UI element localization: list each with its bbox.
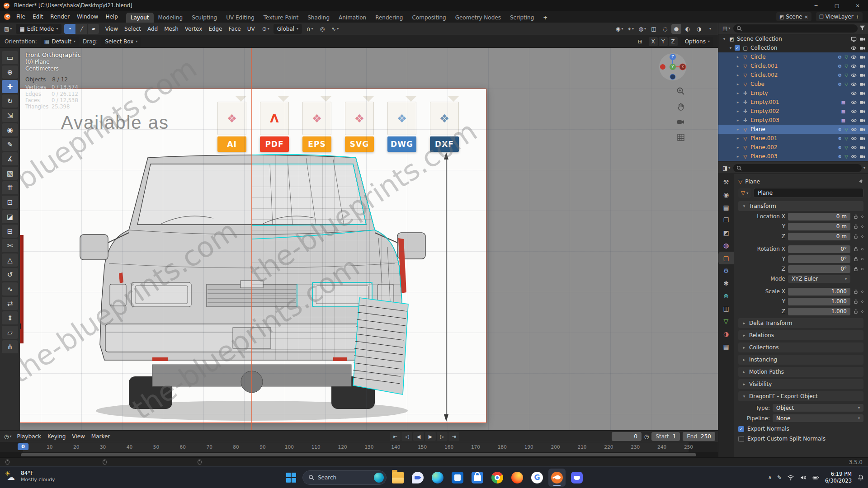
- hide-viewport-icon[interactable]: [851, 63, 857, 69]
- tool-scale[interactable]: ⇲: [2, 109, 18, 122]
- hide-viewport-icon[interactable]: [851, 81, 857, 87]
- rotation-mode-dropdown[interactable]: XYZ Euler▾: [788, 275, 850, 283]
- tool-loop-cut[interactable]: ⊟: [2, 225, 18, 238]
- tab-material[interactable]: ◑: [718, 328, 734, 340]
- filter-icon[interactable]: [859, 25, 865, 32]
- number-field[interactable]: 0°: [788, 255, 850, 263]
- properties-section[interactable]: ▸ Delta Transform: [738, 318, 863, 328]
- properties-search-input[interactable]: [733, 164, 862, 172]
- number-field[interactable]: 0 m: [788, 213, 850, 221]
- lock-icon[interactable]: [853, 299, 859, 304]
- edge-select-button[interactable]: ╱: [76, 24, 87, 34]
- hide-viewport-icon[interactable]: [851, 127, 857, 132]
- app-blender[interactable]: [548, 469, 566, 487]
- tool-shear[interactable]: ▱: [2, 326, 18, 339]
- properties-section[interactable]: ▸ Collections: [738, 343, 863, 352]
- tab-modifiers[interactable]: ⚙: [718, 264, 734, 277]
- dragonff-type-dropdown[interactable]: Object▾: [773, 404, 863, 412]
- hide-render-icon[interactable]: [859, 90, 865, 96]
- properties-section[interactable]: ▸ Visibility: [738, 379, 863, 389]
- hide-render-icon[interactable]: [859, 99, 865, 105]
- properties-editor-button[interactable]: ◨▾: [721, 163, 731, 173]
- pivot-dropdown[interactable]: ⊙▾: [261, 24, 271, 34]
- taskbar-search[interactable]: Search: [302, 470, 387, 485]
- hide-viewport-icon[interactable]: [851, 145, 857, 150]
- checkbox-row[interactable]: Export Custom Split Normals: [738, 436, 863, 442]
- tab-texture-paint[interactable]: Texture Paint: [259, 13, 303, 23]
- viewport-menu-item[interactable]: Edge: [205, 26, 225, 32]
- outliner-row-plane-002[interactable]: ▸ ▽ Plane.002 ⚙ ▽: [718, 143, 868, 152]
- outliner-editor-button[interactable]: ▤▾: [721, 23, 731, 33]
- tab-scene[interactable]: ◩: [718, 226, 734, 239]
- outliner-row-empty-001[interactable]: ▸ ✛ Empty.001 ▩: [718, 98, 868, 107]
- viewport-menu-item[interactable]: Add: [144, 26, 161, 32]
- hide-render-icon[interactable]: [859, 108, 865, 114]
- options-dropdown[interactable]: Options ▾: [681, 37, 713, 47]
- tab-output[interactable]: ▤: [718, 201, 734, 214]
- hide-viewport-icon[interactable]: [851, 72, 857, 78]
- current-frame-field[interactable]: 0: [612, 432, 642, 441]
- tab-texture[interactable]: ▦: [718, 340, 734, 353]
- axis-x-toggle[interactable]: X: [649, 37, 658, 46]
- outliner-row-scene-collection[interactable]: ▾ ◩ Scene Collection: [718, 34, 868, 43]
- tab-scripting[interactable]: Scripting: [505, 13, 538, 23]
- timeline-ruler[interactable]: 0 01020304050607080901001101201301401501…: [0, 442, 718, 452]
- toggle-perspective-button[interactable]: [675, 131, 687, 144]
- overlays-dropdown[interactable]: ◍▾: [637, 24, 648, 34]
- viewport-menu-item[interactable]: View: [102, 26, 121, 32]
- app-chat[interactable]: [409, 469, 426, 487]
- outliner-row-circle[interactable]: ▸ ▽ Circle ⚙ ▽: [718, 52, 868, 61]
- tool-rip-region[interactable]: ⋔: [2, 340, 18, 353]
- tool-extrude[interactable]: ⇈: [2, 181, 18, 194]
- tab-render[interactable]: ◉: [718, 188, 734, 201]
- object-id-dropdown[interactable]: ▽▾: [738, 188, 751, 198]
- viewport-menu-item[interactable]: Face: [226, 26, 244, 32]
- tool-rotate[interactable]: ↻: [2, 94, 18, 108]
- camera-view-button[interactable]: [675, 116, 687, 128]
- properties-section[interactable]: ▸ Relations: [738, 330, 863, 340]
- animate-dot[interactable]: [861, 235, 863, 238]
- outliner-search-input[interactable]: [733, 24, 858, 33]
- shading-solid-button[interactable]: ●: [671, 24, 681, 34]
- hide-render-icon[interactable]: [859, 72, 865, 78]
- tab-geometry-nodes[interactable]: Geometry Nodes: [451, 13, 505, 23]
- timeline-menu-item[interactable]: Keying: [44, 433, 69, 440]
- viewport-menu-item[interactable]: UV: [244, 26, 258, 32]
- viewport-menu-item[interactable]: Vertex: [182, 26, 206, 32]
- number-field[interactable]: 1.000: [788, 288, 850, 296]
- properties-section[interactable]: ▸ Motion Paths: [738, 367, 863, 377]
- hide-viewport-icon[interactable]: [851, 45, 857, 51]
- timeline-menu-item[interactable]: Playback: [14, 433, 45, 440]
- number-field[interactable]: 0°: [788, 265, 850, 273]
- transform-panel-header[interactable]: ▾ Transform: [738, 201, 863, 211]
- app-firefox[interactable]: [509, 469, 526, 487]
- scene-unlink-icon[interactable]: ×: [804, 14, 808, 20]
- outliner-row-cube[interactable]: ▸ ▽ Cube ⚙ ▽: [718, 80, 868, 89]
- app-file-explorer[interactable]: [389, 469, 406, 487]
- hide-render-icon[interactable]: [859, 145, 865, 150]
- animate-dot[interactable]: [861, 291, 863, 293]
- navigation-gizmo[interactable]: Z X Y: [658, 52, 687, 81]
- jump-end-button[interactable]: ⇥: [448, 432, 459, 441]
- shading-rendered-button[interactable]: ◑: [694, 24, 704, 34]
- hide-render-icon[interactable]: [859, 63, 865, 69]
- hide-viewport-icon[interactable]: [851, 54, 857, 60]
- checkbox[interactable]: [738, 436, 744, 442]
- tool-move[interactable]: ✚: [2, 80, 18, 93]
- hide-render-icon[interactable]: [859, 81, 865, 87]
- frame-end-field[interactable]: End250: [683, 432, 715, 441]
- tool-transform[interactable]: ◉: [2, 123, 18, 136]
- outliner-row-empty[interactable]: ▸ ✛ Empty: [718, 89, 868, 98]
- volume-icon[interactable]: [800, 474, 807, 481]
- tool-knife[interactable]: ✄: [2, 239, 18, 252]
- dragonff-panel-header[interactable]: ▾ DragonFF - Export Object: [738, 391, 863, 401]
- hide-render-icon[interactable]: [859, 127, 865, 132]
- tab-world[interactable]: ◍: [718, 239, 734, 252]
- tool-select-box[interactable]: ▭: [2, 51, 18, 64]
- app-google[interactable]: [528, 469, 546, 487]
- hide-viewport-icon[interactable]: [851, 136, 857, 141]
- tab-object-data[interactable]: ▽: [718, 315, 734, 328]
- proportional-edit-toggle[interactable]: ◎: [317, 24, 327, 34]
- tab-rendering[interactable]: Rendering: [371, 13, 407, 23]
- snap-target-icon[interactable]: ⊞: [635, 37, 645, 47]
